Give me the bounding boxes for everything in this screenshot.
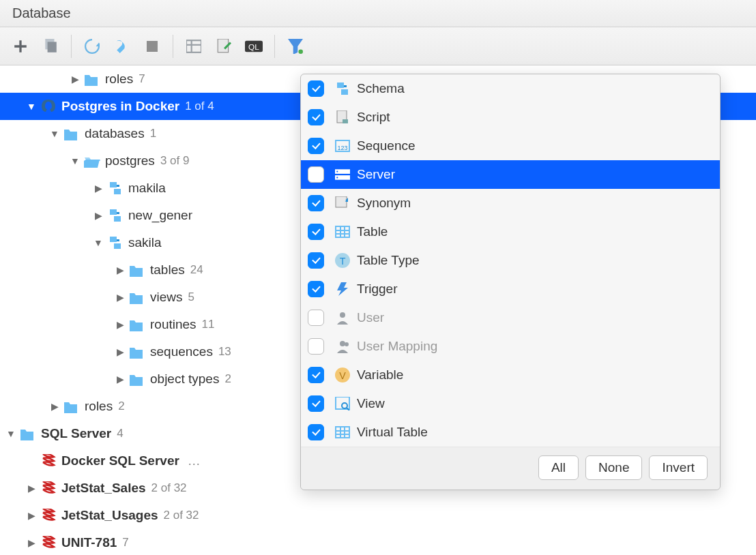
expand-icon[interactable] xyxy=(25,537,38,548)
node-label: JetStat_Usages xyxy=(61,508,158,523)
node-label: sakila xyxy=(128,235,162,250)
console-button[interactable] xyxy=(242,34,266,59)
filter-server[interactable]: Server xyxy=(301,160,720,189)
checkbox[interactable] xyxy=(308,195,324,211)
svg-point-39 xyxy=(345,342,349,346)
filter-invert-button[interactable]: Invert xyxy=(649,455,708,480)
tableview-button[interactable] xyxy=(181,34,206,59)
checkbox[interactable] xyxy=(308,166,324,183)
filter-schema[interactable]: Schema xyxy=(301,74,720,103)
node-count: 2 xyxy=(224,372,231,386)
checkbox[interactable] xyxy=(308,80,324,97)
folder-icon xyxy=(127,344,147,360)
filter-trigger[interactable]: Trigger xyxy=(301,275,720,303)
expand-icon[interactable] xyxy=(25,483,38,494)
expand-icon[interactable] xyxy=(113,292,127,303)
editscript-button[interactable] xyxy=(212,34,236,59)
stop-button[interactable] xyxy=(140,34,164,59)
folder-icon xyxy=(61,398,82,415)
expand-icon[interactable] xyxy=(25,510,38,521)
checkbox[interactable] xyxy=(308,281,324,297)
duplicate-button[interactable] xyxy=(38,34,63,59)
node-label: makila xyxy=(128,181,166,196)
expand-icon[interactable] xyxy=(48,401,61,412)
expand-icon[interactable] xyxy=(25,101,38,112)
node-count: 2 xyxy=(118,400,124,413)
node-label: tables xyxy=(150,262,185,278)
node-label: Postgres in Docker xyxy=(61,99,179,114)
refresh-button[interactable] xyxy=(80,34,104,59)
checkbox[interactable] xyxy=(308,224,324,240)
filter-variable[interactable]: Variable xyxy=(301,361,720,389)
expand-icon[interactable] xyxy=(48,128,61,139)
view-icon xyxy=(332,395,353,412)
expand-icon[interactable] xyxy=(68,155,82,166)
node-label: roles xyxy=(85,399,113,414)
titlebar: Database xyxy=(0,0,756,27)
node-count: 7 xyxy=(139,72,145,86)
filter-user[interactable]: User xyxy=(301,303,720,332)
table-icon xyxy=(332,224,353,240)
schema-icon xyxy=(332,80,353,97)
filter-synonym[interactable]: Synonym xyxy=(301,189,720,217)
label: Script xyxy=(357,110,390,125)
filter-popup: Schema Script Sequence Server Synonym Ta… xyxy=(300,74,721,490)
checkbox[interactable] xyxy=(308,109,324,125)
node-label: databases xyxy=(85,126,145,141)
checkbox[interactable] xyxy=(308,338,324,355)
properties-button[interactable] xyxy=(110,34,134,59)
label: Table xyxy=(357,224,388,239)
schema-icon xyxy=(105,207,126,224)
user-icon xyxy=(332,310,353,326)
label: Sequence xyxy=(357,138,416,153)
folder-icon xyxy=(127,371,147,387)
label: Server xyxy=(357,167,395,182)
node-unit-781[interactable]: UNIT-781 7 xyxy=(0,529,756,555)
label: Synonym xyxy=(357,196,411,211)
filter-user-mapping[interactable]: User Mapping xyxy=(301,332,720,361)
label: Trigger xyxy=(357,282,397,297)
checkbox[interactable] xyxy=(308,310,324,326)
node-label: UNIT-781 xyxy=(61,535,117,550)
label: User Mapping xyxy=(357,339,437,354)
expand-icon[interactable] xyxy=(113,346,127,357)
filter-all-button[interactable]: All xyxy=(538,455,579,480)
expand-icon[interactable] xyxy=(91,183,105,194)
schema-icon xyxy=(105,180,126,196)
checkbox[interactable] xyxy=(308,424,324,440)
filter-sequence[interactable]: Sequence xyxy=(301,132,720,160)
node-jetstat-usages[interactable]: JetStat_Usages 2 of 32 xyxy=(0,502,756,529)
expand-icon[interactable] xyxy=(113,319,127,330)
title: Database xyxy=(12,5,71,21)
sqlserver-icon xyxy=(38,453,59,469)
expand-icon[interactable] xyxy=(4,428,18,439)
folder-icon xyxy=(82,71,102,87)
filter-table-type[interactable]: Table Type xyxy=(301,246,720,275)
sqlserver-icon xyxy=(38,507,59,524)
expand-icon[interactable] xyxy=(113,265,127,275)
node-count: 4 xyxy=(117,427,123,440)
checkbox[interactable] xyxy=(308,395,324,412)
add-button[interactable] xyxy=(8,34,33,59)
filter-view[interactable]: View xyxy=(301,389,720,418)
node-label: views xyxy=(150,290,183,305)
checkbox[interactable] xyxy=(308,367,324,383)
sqlserver-icon xyxy=(38,535,59,551)
filter-script[interactable]: Script xyxy=(301,103,720,132)
filter-virtual-table[interactable]: Virtual Table xyxy=(301,418,720,447)
expand-icon[interactable] xyxy=(113,374,127,385)
expand-icon[interactable] xyxy=(91,210,105,221)
filter-table[interactable]: Table xyxy=(301,217,720,246)
expand-icon[interactable] xyxy=(68,74,82,85)
filter-button[interactable] xyxy=(283,34,308,59)
node-count: 5 xyxy=(188,290,194,304)
synonym-icon xyxy=(332,195,353,211)
checkbox[interactable] xyxy=(308,252,324,269)
folder-icon xyxy=(61,125,82,142)
filter-none-button[interactable]: None xyxy=(585,455,642,480)
expand-icon[interactable] xyxy=(91,237,105,248)
sqlserver-icon xyxy=(38,480,59,496)
node-label: SQL Server xyxy=(41,426,111,441)
checkbox[interactable] xyxy=(308,138,324,154)
label: Virtual Table xyxy=(357,425,428,440)
